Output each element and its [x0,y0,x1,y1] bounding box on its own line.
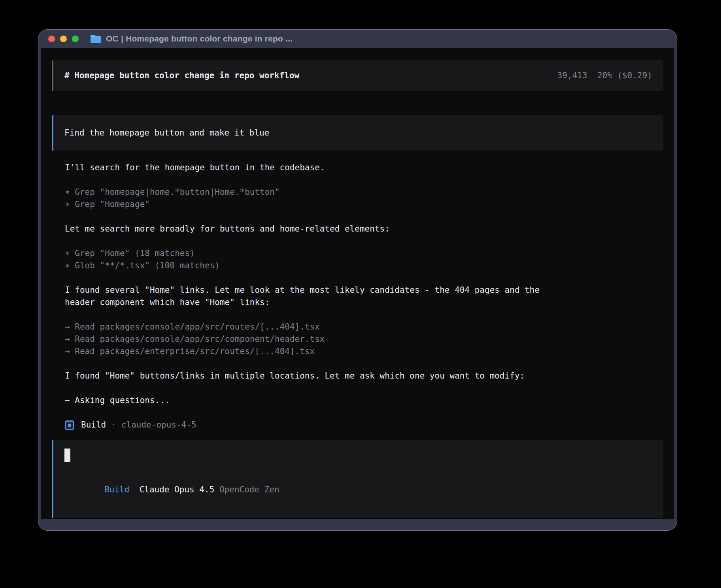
text-cursor [64,449,70,462]
assistant-status-text: ~ Asking questions... [65,394,545,407]
status-bar: escinterrupt ctrl+tvariants tabagents ct… [52,528,663,531]
tool-call: → Read packages/enterprise/src/routes/[.… [65,345,663,358]
titlebar: OC | Homepage button color change in rep… [38,30,677,48]
terminal-content: # Homepage button color change in repo w… [41,48,674,519]
session-header: # Homepage button color change in repo w… [52,60,663,91]
tool-call: ∗ Glob "**/*.tsx" (100 matches) [65,260,663,272]
shortcut-commands: ctrl+pcommands [588,528,663,531]
shortcut-action: commands [623,529,663,531]
shortcut-interrupt: escinterrupt [136,528,201,531]
tool-call-group: ∗ Grep "Home" (18 matches) ∗ Glob "**/*.… [65,247,663,272]
user-message: Find the homepage button and make it blu… [52,115,663,151]
tool-call-group: → Read packages/console/app/src/routes/[… [65,321,663,358]
prompt-input[interactable]: BuildClaude Opus 4.5OpenCode Zen [52,440,663,518]
assistant-text: I found several "Home" links. Let me loo… [65,284,545,309]
shortcut-variants: ctrl+tvariants [433,528,508,531]
tool-call: ∗ Grep "homepage|home.*button|Home.*butt… [65,186,663,198]
shortcut-action: agents [543,529,573,531]
folder-icon [90,34,101,43]
input-line [64,449,652,462]
status-left: escinterrupt [66,528,201,531]
input-mode: Build [104,485,129,494]
tool-call: → Read packages/console/app/src/componen… [65,333,663,345]
input-model: Claude Opus 4.5 [140,485,215,494]
input-footer: BuildClaude Opus 4.5OpenCode Zen [64,471,652,508]
tool-call: → Read packages/console/app/src/routes/[… [65,321,663,333]
minimize-button[interactable] [60,36,67,42]
tool-call: ∗ Grep "Homepage" [65,198,663,211]
agent-name: Build [81,419,106,431]
session-title: # Homepage button color change in repo w… [64,70,299,82]
zoom-button[interactable] [72,36,79,42]
session-stats: 39,413 20% ($0.29) [557,70,652,82]
agent-status-line: Build · claude-opus-4-5 [65,419,663,431]
shortcut-key: esc [136,529,151,531]
tool-call: ∗ Grep "Home" (18 matches) [65,247,663,260]
assistant-transcript: I'll search for the homepage button in t… [65,162,663,431]
shortcut-action: variants [468,529,508,531]
shortcut-action: interrupt [156,529,201,531]
user-message-text: Find the homepage button and make it blu… [64,128,269,138]
agent-build-icon [65,420,74,430]
shortcut-agents: tabagents [523,528,573,531]
separator-dot: · [111,419,116,431]
assistant-text: I'll search for the homepage button in t… [65,162,545,174]
shortcut-key: ctrl+t [433,529,463,531]
shortcut-key: tab [523,529,538,531]
tool-call-group: ∗ Grep "homepage|home.*button|Home.*butt… [65,186,663,211]
window-title: OC | Homepage button color change in rep… [106,34,293,43]
status-right: ctrl+tvariants tabagents ctrl+pcommands [433,528,663,531]
assistant-text: Let me search more broadly for buttons a… [65,223,545,235]
terminal-window: OC | Homepage button color change in rep… [38,29,677,531]
input-provider: OpenCode Zen [219,485,279,494]
close-button[interactable] [48,36,55,42]
assistant-text: I found "Home" buttons/links in multiple… [65,370,545,382]
shortcut-key: ctrl+p [588,529,618,531]
agent-model: claude-opus-4-5 [121,419,196,431]
